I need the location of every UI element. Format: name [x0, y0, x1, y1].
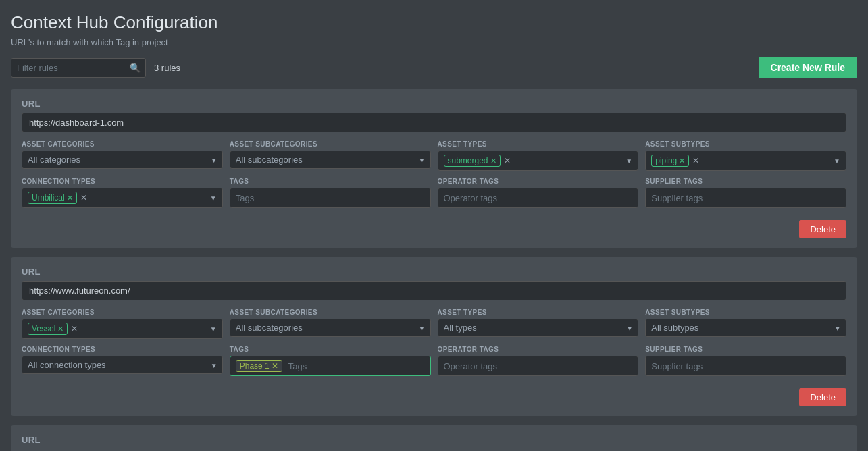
- asset-types-select-2[interactable]: All types: [438, 319, 639, 337]
- field-group-supplier-tags-1: SUPPLIER TAGS Supplier tags: [645, 178, 846, 208]
- rule-card-1: URL https://dashboard-1.com ASSET CATEGO…: [11, 89, 857, 248]
- asset-subcategories-label-1: ASSET SUBCATEGORIES: [230, 140, 431, 148]
- field-group-asset-subcategories-1: ASSET SUBCATEGORIES All subcategories ▼: [230, 140, 431, 171]
- fields-row-1-rule-1: ASSET CATEGORIES All categories ▼ ASSET …: [22, 140, 846, 171]
- asset-subtypes-label-2: ASSET SUBTYPES: [645, 309, 846, 316]
- page-title: Context Hub Configuration: [11, 12, 857, 33]
- asset-categories-field-2[interactable]: Vessel ✕ ✕ ▼: [22, 319, 223, 339]
- operator-tags-label-1: OPERATOR TAGS: [438, 178, 639, 185]
- asset-types-select-wrapper-2: All types ▼: [438, 319, 639, 337]
- remove-phase1-tag[interactable]: ✕: [272, 361, 278, 371]
- filter-input-wrapper: 🔍: [11, 58, 146, 78]
- connection-types-label-1: CONNECTION TYPES: [22, 178, 223, 185]
- toolbar: 🔍 3 rules Create New Rule: [11, 57, 857, 78]
- field-group-operator-tags-1: OPERATOR TAGS Operator tags: [438, 178, 639, 208]
- supplier-tags-field-1[interactable]: Supplier tags: [645, 188, 846, 208]
- rules-count: 3 rules: [154, 63, 180, 73]
- filter-input[interactable]: [11, 58, 146, 78]
- remove-piping-tag[interactable]: ✕: [679, 157, 685, 165]
- asset-subcategories-select-2[interactable]: All subcategories: [230, 319, 431, 337]
- chevron-down-icon: ▼: [210, 325, 217, 333]
- toolbar-left: 🔍 3 rules: [11, 58, 180, 78]
- delete-button-2[interactable]: Delete: [799, 388, 846, 406]
- asset-subcategories-select-wrapper-1: All subcategories ▼: [230, 151, 431, 169]
- connection-types-select-2[interactable]: All connection types: [22, 356, 223, 374]
- connection-types-select-wrapper-2: All connection types ▼: [22, 356, 223, 374]
- vessel-tag: Vessel ✕: [28, 323, 68, 335]
- phase1-tag: Phase 1 ✕: [236, 360, 282, 372]
- url-value-2: https://www.futureon.com/: [22, 281, 846, 300]
- asset-types-label-2: ASSET TYPES: [438, 309, 639, 316]
- asset-subcategories-label-2: ASSET SUBCATEGORIES: [230, 309, 431, 316]
- clear-asset-subtypes-1[interactable]: ✕: [692, 156, 699, 165]
- field-group-connection-types-1: CONNECTION TYPES Umbilical ✕ ✕ ▼: [22, 178, 223, 208]
- tags-placeholder-1: Tags: [236, 193, 254, 203]
- delete-button-1[interactable]: Delete: [799, 220, 846, 238]
- page-wrapper: Context Hub Configuration URL's to match…: [0, 0, 868, 451]
- field-group-asset-categories-1: ASSET CATEGORIES All categories ▼: [22, 140, 223, 171]
- chevron-down-icon: ▼: [210, 194, 217, 202]
- tags-label-2: TAGS: [230, 346, 431, 353]
- operator-tags-field-1[interactable]: Operator tags: [438, 188, 639, 208]
- chevron-down-icon: ▼: [626, 157, 632, 165]
- supplier-tags-placeholder-1: Supplier tags: [651, 193, 703, 203]
- url-label-1: URL: [22, 99, 846, 109]
- asset-subtypes-select-wrapper-2: All subtypes ▼: [645, 319, 846, 337]
- asset-subtypes-label-1: ASSET SUBTYPES: [645, 140, 846, 148]
- field-group-operator-tags-2: OPERATOR TAGS Operator tags: [438, 346, 639, 376]
- connection-types-label-2: CONNECTION TYPES: [22, 346, 223, 353]
- asset-subcategories-select-1[interactable]: All subcategories: [230, 151, 431, 169]
- remove-vessel-tag[interactable]: ✕: [57, 325, 63, 334]
- tags-label-1: TAGS: [230, 178, 431, 185]
- clear-asset-categories-2[interactable]: ✕: [71, 324, 78, 334]
- asset-categories-label-2: ASSET CATEGORIES: [22, 309, 223, 316]
- piping-tag: piping ✕: [651, 155, 689, 167]
- url-label-3: URL: [22, 435, 846, 445]
- tags-placeholder-2: Tags: [288, 361, 307, 371]
- fields-row-2-rule-2: CONNECTION TYPES All connection types ▼ …: [22, 346, 846, 376]
- supplier-tags-field-2[interactable]: Supplier tags: [645, 356, 846, 376]
- supplier-tags-label-1: SUPPLIER TAGS: [645, 178, 846, 185]
- field-group-asset-subtypes-1: ASSET SUBTYPES piping ✕ ✕ ▼: [645, 140, 846, 171]
- remove-submerged-tag[interactable]: ✕: [490, 157, 496, 165]
- create-new-rule-button[interactable]: Create New Rule: [759, 57, 857, 78]
- asset-types-label-1: ASSET TYPES: [438, 140, 639, 148]
- operator-tags-field-2[interactable]: Operator tags: [438, 356, 639, 376]
- remove-umbilical-tag[interactable]: ✕: [67, 194, 73, 203]
- rule-card-3-partial: URL: [11, 425, 857, 451]
- connection-types-field-1[interactable]: Umbilical ✕ ✕ ▼: [22, 188, 223, 208]
- field-group-tags-1: TAGS Tags: [230, 178, 431, 208]
- rule-card-2: URL https://www.futureon.com/ ASSET CATE…: [11, 257, 857, 416]
- tags-field-1[interactable]: Tags: [230, 188, 431, 208]
- umbilical-tag: Umbilical ✕: [28, 192, 77, 204]
- operator-tags-placeholder-1: Operator tags: [444, 193, 498, 203]
- operator-tags-label-2: OPERATOR TAGS: [438, 346, 639, 353]
- asset-subtypes-field-1[interactable]: piping ✕ ✕ ▼: [645, 151, 846, 171]
- field-group-asset-categories-2: ASSET CATEGORIES Vessel ✕ ✕ ▼: [22, 309, 223, 339]
- fields-row-2-rule-1: CONNECTION TYPES Umbilical ✕ ✕ ▼ TAGS Ta…: [22, 178, 846, 208]
- card-footer-1: Delete: [22, 215, 846, 238]
- card-footer-2: Delete: [22, 383, 846, 406]
- asset-categories-select-1[interactable]: All categories: [22, 151, 223, 169]
- url-label-2: URL: [22, 267, 846, 277]
- field-group-supplier-tags-2: SUPPLIER TAGS Supplier tags: [645, 346, 846, 376]
- asset-subtypes-select-2[interactable]: All subtypes: [645, 319, 846, 337]
- url-value-1: https://dashboard-1.com: [22, 113, 846, 132]
- clear-connection-types-1[interactable]: ✕: [80, 193, 87, 203]
- clear-asset-types-1[interactable]: ✕: [504, 156, 511, 165]
- page-subtitle: URL's to match with which Tag in project: [11, 37, 857, 47]
- field-group-asset-subtypes-2: ASSET SUBTYPES All subtypes ▼: [645, 309, 846, 339]
- asset-subcategories-select-wrapper-2: All subcategories ▼: [230, 319, 431, 337]
- field-group-asset-types-2: ASSET TYPES All types ▼: [438, 309, 639, 339]
- search-icon: 🔍: [130, 63, 141, 73]
- tags-field-2[interactable]: Phase 1 ✕ Tags: [230, 356, 431, 376]
- asset-categories-label-1: ASSET CATEGORIES: [22, 140, 223, 148]
- field-group-asset-types-1: ASSET TYPES submerged ✕ ✕ ▼: [438, 140, 639, 171]
- operator-tags-placeholder-2: Operator tags: [444, 361, 498, 371]
- field-group-tags-2: TAGS Phase 1 ✕ Tags: [230, 346, 431, 376]
- field-group-asset-subcategories-2: ASSET SUBCATEGORIES All subcategories ▼: [230, 309, 431, 339]
- fields-row-1-rule-2: ASSET CATEGORIES Vessel ✕ ✕ ▼ ASSET SUBC…: [22, 309, 846, 339]
- chevron-down-icon: ▼: [834, 157, 840, 165]
- asset-types-field-1[interactable]: submerged ✕ ✕ ▼: [438, 151, 639, 171]
- supplier-tags-placeholder-2: Supplier tags: [651, 361, 703, 371]
